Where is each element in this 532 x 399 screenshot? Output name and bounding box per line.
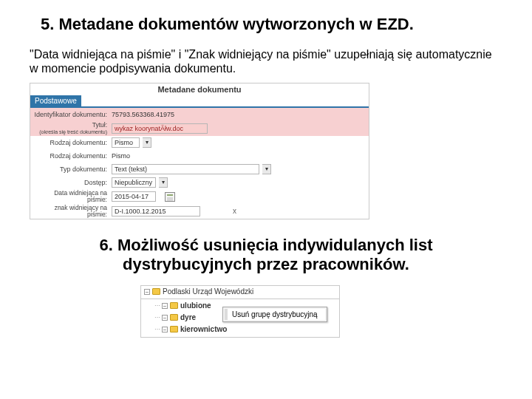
row-typ: Typ dokumentu: Text (tekst)▾: [30, 163, 369, 176]
tree-connector: ⋯: [154, 302, 160, 309]
chevron-down-icon[interactable]: ▾: [143, 137, 151, 148]
row-dostep: Dostęp: Niepubliczny▾: [30, 176, 369, 189]
typ-select[interactable]: Text (tekst): [112, 164, 259, 174]
tree-root-row[interactable]: − Podlaski Urząd Wojewódzki: [141, 286, 339, 298]
tree-item-label: kierownictwo: [180, 325, 227, 333]
znak-label: znak widniejący na piśmie:: [33, 205, 109, 218]
tytul-input[interactable]: wykaz koorynatÃłw.doc: [112, 123, 208, 134]
tab-podstawowe[interactable]: Podstawowe: [30, 95, 81, 106]
folder-icon: [152, 288, 160, 295]
folder-icon: [170, 314, 178, 321]
tree-item-label: ulubione: [180, 301, 211, 310]
tree-connector: ⋯: [154, 314, 160, 321]
data-label: Data widniejąca na piśmie:: [33, 190, 109, 203]
id-value: 75793.563368.41975: [112, 111, 174, 118]
dostep-select[interactable]: Niepubliczny: [112, 177, 156, 188]
row-data: Data widniejąca na piśmie: 2015-04-17: [30, 189, 369, 204]
clear-icon[interactable]: x: [233, 207, 236, 215]
folder-icon: [170, 326, 178, 332]
collapse-icon[interactable]: −: [162, 303, 168, 309]
row-rodzaj2: Rodzaj dokumentu: Pismo: [30, 149, 369, 163]
dostep-label: Dostęp:: [33, 180, 109, 186]
row-tytul: Tytuł: (określa się treść dokumentu) wyk…: [30, 121, 369, 136]
row-znak: znak widniejący na piśmie: D-I.1000.12.2…: [30, 204, 369, 219]
context-menu: Usuń grupę dystrybucyjną: [222, 307, 327, 322]
distribution-tree-panel: − Podlaski Urząd Wojewódzki ⋯ − ulubione…: [140, 285, 340, 338]
row-id: Identyfikator dokumentu: 75793.563368.41…: [30, 108, 369, 121]
data-input[interactable]: 2015-04-17: [112, 191, 156, 202]
tree-item-kierownictwo[interactable]: ⋯ − kierownictwo: [141, 324, 339, 335]
calendar-icon[interactable]: [165, 192, 175, 202]
rodzaj1-label: Rodzaj dokumentu:: [33, 140, 109, 146]
znak-input[interactable]: D-I.1000.12.2015: [112, 206, 200, 216]
chevron-down-icon[interactable]: ▾: [262, 164, 271, 174]
section-5-heading: 5. Metadane dokumentów wytworzonych w EZ…: [41, 15, 502, 34]
section-6-heading: 6. Możliwość usunięcia indywidulanych li…: [59, 236, 473, 275]
typ-label: Typ dokumentu:: [33, 166, 109, 173]
rodzaj2-value: Pismo: [112, 152, 130, 160]
tree-root-label: Podlaski Urząd Wojewódzki: [163, 287, 253, 296]
metadata-panel: Metadane dokumentu Podstawowe Identyfika…: [30, 83, 369, 219]
section-5-description: "Data widniejąca na piśmie" i "Znak widn…: [30, 47, 502, 75]
panel-title: Metadane dokumentu: [30, 83, 369, 95]
tree-item-label: dyre: [180, 313, 196, 321]
tree-connector: ⋯: [154, 326, 160, 332]
collapse-icon[interactable]: −: [162, 315, 168, 321]
rodzaj1-select[interactable]: Pismo: [112, 137, 140, 148]
id-label: Identyfikator dokumentu:: [33, 112, 109, 118]
row-rodzaj1: Rodzaj dokumentu: Pismo▾: [30, 136, 369, 149]
collapse-icon[interactable]: −: [144, 289, 150, 295]
context-menu-item-delete[interactable]: Usuń grupę dystrybucyjną: [225, 309, 325, 320]
tytul-label-wrap: Tytuł: (określa się treść dokumentu): [33, 122, 109, 135]
rodzaj2-label: Rodzaj dokumentu:: [33, 153, 109, 160]
collapse-icon[interactable]: −: [162, 327, 168, 332]
chevron-down-icon[interactable]: ▾: [159, 177, 168, 188]
folder-icon: [170, 302, 178, 309]
